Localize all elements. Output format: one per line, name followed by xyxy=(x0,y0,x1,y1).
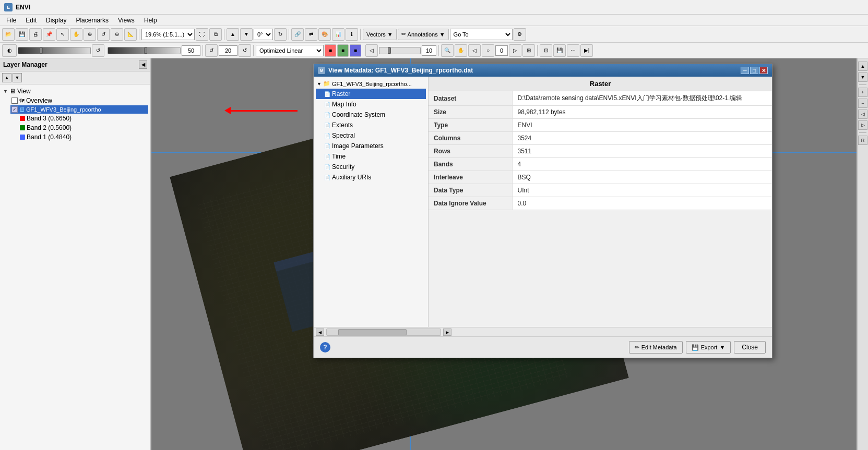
modal-tree-auxuris[interactable]: 📄 Auxiliary URIs xyxy=(316,172,426,183)
tb2-end-btn[interactable]: ▶| xyxy=(580,44,593,57)
tb2-value1[interactable] xyxy=(182,45,200,56)
modal-tree-coordsys[interactable]: 📄 Coordinate System xyxy=(316,110,426,120)
modal-tree-mapinfo[interactable]: 📄 Map Info xyxy=(316,99,426,110)
scroll-left-btn[interactable]: ◀ xyxy=(316,329,324,336)
pan-btn[interactable]: ✋ xyxy=(70,28,82,41)
tb2-nav-val[interactable] xyxy=(495,45,508,56)
tb2-value2[interactable] xyxy=(219,45,237,56)
modal-minimize-btn[interactable]: ─ xyxy=(741,67,749,74)
save-btn[interactable]: 💾 xyxy=(16,28,28,41)
stretch-select[interactable]: Optimized Linear xyxy=(256,45,324,56)
rt-btn5[interactable]: ◁ xyxy=(858,110,867,119)
goto-select[interactable]: Go To xyxy=(450,29,513,40)
export-btn[interactable]: 💾 Export ▼ xyxy=(686,341,731,354)
tree-scroll-track[interactable] xyxy=(326,329,441,336)
modal-tree-spectral[interactable]: 📄 Spectral xyxy=(316,130,426,141)
contrast-slider[interactable] xyxy=(108,47,181,54)
tb2-zoom-btn[interactable]: 🔍 xyxy=(441,44,454,57)
rt-btn4[interactable]: − xyxy=(858,99,867,108)
modal-tree-extents[interactable]: 📄 Extents xyxy=(316,120,426,130)
tb2-color3-btn[interactable]: ■ xyxy=(350,44,361,57)
zoom-fit-btn[interactable]: ⛶ xyxy=(196,28,208,41)
modal-tree-root[interactable]: ▼ 📁 GF1_WFV3_Beijing_rpcortho... xyxy=(316,79,426,89)
tb2-slider2-btn[interactable]: ◁ xyxy=(365,44,378,57)
print-btn[interactable]: 🖨 xyxy=(29,28,42,41)
rt-btn2[interactable]: ▼ xyxy=(858,72,867,82)
menu-placemarks[interactable]: Placemarks xyxy=(72,16,113,25)
tb2-refresh2-btn[interactable]: ↺ xyxy=(205,44,218,57)
tree-item-band2[interactable]: Band 2 (0.5600) xyxy=(19,123,148,132)
stats-btn[interactable]: 📊 xyxy=(332,28,344,41)
sync-btn[interactable]: ⇄ xyxy=(305,28,317,41)
rt-btn3[interactable]: + xyxy=(858,88,867,97)
menu-display[interactable]: Display xyxy=(42,16,70,25)
tree-item-overview[interactable]: 🗺 Overview xyxy=(10,96,148,105)
layer-collapse-btn[interactable]: ▼ xyxy=(13,73,22,82)
modal-help-btn[interactable]: ? xyxy=(320,342,330,352)
refresh-btn[interactable]: ↺ xyxy=(97,28,110,41)
tb2-refresh-btn[interactable]: ↺ xyxy=(92,44,104,57)
zoom-out-btn[interactable]: ⊖ xyxy=(111,28,123,41)
tb2-save2-btn[interactable]: 💾 xyxy=(553,44,566,57)
nav-dn-btn[interactable]: ▼ xyxy=(240,28,253,41)
tb2-color1-btn[interactable]: ■ xyxy=(325,44,336,57)
pin-btn[interactable]: 📌 xyxy=(43,28,55,41)
close-btn[interactable]: Close xyxy=(734,341,766,354)
link-btn[interactable]: 🔗 xyxy=(291,28,304,41)
menu-file[interactable]: File xyxy=(2,16,20,25)
modal-maximize-btn[interactable]: □ xyxy=(750,67,758,74)
modal-tree-security[interactable]: 📄 Security xyxy=(316,162,426,172)
menu-help[interactable]: Help xyxy=(140,16,161,25)
info-btn[interactable]: ℹ xyxy=(346,28,358,41)
zoom-100-btn[interactable]: ⧉ xyxy=(209,28,222,41)
menu-edit[interactable]: Edit xyxy=(21,16,41,25)
rotate-btn[interactable]: ↻ xyxy=(274,28,287,41)
modal-tree-raster[interactable]: 📄 Raster xyxy=(316,89,426,99)
open-file-btn[interactable]: 📂 xyxy=(2,28,15,41)
annotations-btn[interactable]: ✏ Annotations ▼ xyxy=(398,29,449,40)
edit-metadata-btn[interactable]: ✏ Edit Metadata xyxy=(629,341,683,354)
tree-item-view[interactable]: ▼ 🖥 View xyxy=(2,87,148,96)
modal-close-btn[interactable]: ✕ xyxy=(759,67,768,74)
auxuris-icon: 📄 xyxy=(324,175,330,180)
metadata-value: ENVI xyxy=(512,119,772,132)
modal-tree-time[interactable]: 📄 Time xyxy=(316,151,426,162)
tb2-refresh3-btn[interactable]: ↺ xyxy=(239,44,251,57)
tb2-add-btn[interactable]: ⊞ xyxy=(522,44,535,57)
layer-manager-collapse-btn[interactable]: ◀ xyxy=(139,60,147,69)
tb2-color2-btn[interactable]: ■ xyxy=(337,44,349,57)
tree-item-band3[interactable]: Band 3 (0.6650) xyxy=(19,114,148,123)
modal-tree-imageparams[interactable]: 📄 Image Parameters xyxy=(316,141,426,151)
tb2-pan-btn[interactable]: ✋ xyxy=(455,44,467,57)
measure-btn[interactable]: 📐 xyxy=(124,28,137,41)
settings-btn[interactable]: ⚙ xyxy=(514,28,526,41)
tb2-nav-btn[interactable]: ○ xyxy=(482,44,494,57)
brightness-slider[interactable] xyxy=(18,47,91,54)
tb2-more-btn[interactable]: ⋯ xyxy=(567,44,579,57)
zoom-select[interactable]: 19.6% (1:5.1...) xyxy=(141,29,195,40)
rt-btn6[interactable]: ▷ xyxy=(858,120,867,130)
toolbar-main: 📂 💾 🖨 📌 ↖ ✋ ⊕ ↺ ⊖ 📐 19.6% (1:5.1...) ⛶ ⧉… xyxy=(0,26,868,43)
scroll-right-btn[interactable]: ▶ xyxy=(443,329,451,336)
layer-expand-btn[interactable]: ▲ xyxy=(2,73,11,82)
vectors-btn[interactable]: Vectors ▼ xyxy=(363,29,397,40)
tb2-prev-btn[interactable]: ◁ xyxy=(468,44,481,57)
cursor-btn[interactable]: ↖ xyxy=(56,28,69,41)
canvas-area[interactable]: M View Metadata: GF1_WFV3_Beijing_rpcort… xyxy=(151,58,857,450)
menu-views[interactable]: Views xyxy=(114,16,139,25)
overview-checkbox[interactable] xyxy=(11,98,18,104)
rt-btn7[interactable]: R xyxy=(858,136,867,145)
tb2-export-btn[interactable]: ⊡ xyxy=(540,44,552,57)
tree-item-band1[interactable]: Band 1 (0.4840) xyxy=(19,132,148,142)
tb2-brightness-btn[interactable]: ◐ xyxy=(2,44,17,57)
tb2-next-btn[interactable]: ▷ xyxy=(509,44,521,57)
tb2-count[interactable] xyxy=(422,45,436,56)
color-btn[interactable]: 🎨 xyxy=(318,28,331,41)
nav-up-btn[interactable]: ▲ xyxy=(227,28,239,41)
file-checkbox[interactable] xyxy=(11,106,18,113)
angle-select[interactable]: 0° xyxy=(254,29,273,40)
tree-item-file[interactable]: 🖼 GF1_WFV3_Beijing_rpcortho xyxy=(10,105,148,114)
rt-btn1[interactable]: ▲ xyxy=(858,62,867,71)
tb2-slider2[interactable] xyxy=(379,47,421,54)
zoom-in-btn[interactable]: ⊕ xyxy=(84,28,96,41)
